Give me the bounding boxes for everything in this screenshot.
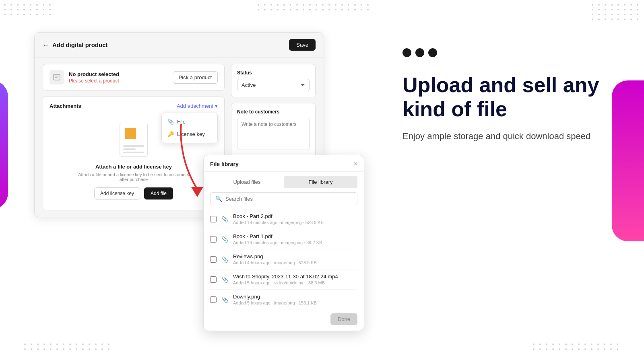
- modal-tabs: Upload files File library: [204, 172, 364, 188]
- dots-pattern-tr: [592, 4, 640, 20]
- dots-pattern-bl: [24, 343, 111, 350]
- marketing-headline: Upload and sell any kind of file: [402, 73, 604, 121]
- file-info-5: Downly.png Added 5 hours ago · image/png…: [233, 294, 357, 305]
- file-sticker: [125, 128, 136, 139]
- chevron-down-icon: ▾: [215, 103, 218, 109]
- modal-title: File library: [210, 161, 239, 167]
- back-arrow-icon[interactable]: ←: [43, 41, 49, 49]
- file-info-3: Reviews.png Added 4 hours ago · image/pn…: [233, 253, 357, 265]
- attach-empty-title: Attach a file or add license key: [95, 164, 172, 170]
- tab-file-library[interactable]: File library: [284, 176, 357, 188]
- file-illustration: [118, 123, 150, 159]
- dots-pattern-tl: [4, 4, 52, 15]
- search-input-wrap: 🔍: [210, 192, 357, 205]
- modal-footer: Done: [204, 309, 364, 331]
- big-dot-1: [402, 48, 411, 57]
- file-doc-lines: [123, 145, 144, 153]
- search-icon: 🔍: [215, 195, 222, 202]
- file-checkbox-5[interactable]: [210, 296, 217, 303]
- file-list: 📎 Book - Part 2.pdf Added 19 minutes ago…: [204, 209, 364, 309]
- product-selector-left: No product selected Please select a prod…: [50, 70, 119, 84]
- file-item: 📎 Book - Part 2.pdf Added 19 minutes ago…: [210, 209, 357, 229]
- note-textarea[interactable]: [237, 118, 310, 150]
- file-info-1: Book - Part 2.pdf Added 19 minutes ago ·…: [233, 213, 357, 225]
- file-doc-line-3: [123, 152, 144, 153]
- file-doc-line-2: [123, 148, 136, 150]
- add-attachment-label: Add attachment: [177, 103, 213, 109]
- file-item: 📎 Reviews.png Added 4 hours ago · image/…: [210, 249, 357, 269]
- attach-buttons: Add license key Add file: [94, 187, 173, 200]
- pick-product-button[interactable]: Pick a product: [173, 71, 218, 84]
- dots-pattern-br: [533, 343, 620, 350]
- file-name-5: Downly.png: [233, 294, 357, 300]
- svg-marker-1: [191, 187, 203, 197]
- file-item: 📎 Book - Part 1.pdf Added 19 minutes ago…: [210, 229, 357, 249]
- modal-header: File library ×: [204, 155, 364, 172]
- file-info-2: Book - Part 1.pdf Added 19 minutes ago ·…: [233, 233, 357, 245]
- marketing-subtext: Enjoy ample storage and quick download s…: [402, 130, 604, 143]
- file-clip-icon-5: 📎: [221, 296, 228, 303]
- tab-upload-files[interactable]: Upload files: [210, 176, 284, 188]
- file-info-4: Wish to Shopify. 2023-11-30 at 18.02.24.…: [233, 274, 357, 285]
- file-name-1: Book - Part 2.pdf: [233, 213, 357, 219]
- three-dots: [402, 48, 604, 57]
- product-icon: [50, 70, 64, 84]
- note-label: Note to customers: [237, 109, 310, 115]
- product-text: No product selected Please select a prod…: [69, 71, 119, 84]
- big-dot-3: [428, 48, 437, 57]
- status-label: Status: [237, 70, 310, 76]
- file-name-4: Wish to Shopify. 2023-11-30 at 18.02.24.…: [233, 274, 357, 280]
- svg-rect-0: [54, 74, 60, 80]
- note-card: Note to customers: [231, 103, 316, 158]
- file-item: 📎 Downly.png Added 5 hours ago · image/p…: [210, 290, 357, 309]
- product-selector: No product selected Please select a prod…: [43, 64, 225, 90]
- file-clip-icon-2: 📎: [221, 236, 228, 243]
- dots-pattern-top-center: [258, 4, 370, 10]
- file-checkbox-3[interactable]: [210, 256, 217, 263]
- file-library-modal: File library × Upload files File library…: [203, 155, 364, 331]
- file-doc: [120, 123, 148, 157]
- file-name-3: Reviews.png: [233, 253, 357, 259]
- attachments-header: Attachments Add attachment ▾ 📎 File: [50, 103, 218, 109]
- add-file-button[interactable]: Add file: [144, 187, 173, 200]
- file-item: 📎 Wish to Shopify. 2023-11-30 at 18.02.2…: [210, 269, 357, 290]
- modal-close-button[interactable]: ×: [354, 161, 357, 167]
- panel-header-left: ← Add digital product: [43, 41, 107, 49]
- done-button[interactable]: Done: [330, 313, 357, 325]
- search-input[interactable]: [225, 196, 352, 202]
- panel-header: ← Add digital product Save: [35, 33, 324, 58]
- page-title: Add digital product: [52, 41, 107, 48]
- add-license-key-button[interactable]: Add license key: [94, 187, 140, 200]
- add-attachment-container: Add attachment ▾ 📎 File 🔑 License ke: [177, 103, 218, 109]
- file-meta-4: Added 5 hours ago · video/quicktime · 38…: [233, 280, 357, 285]
- attachments-title: Attachments: [50, 103, 81, 109]
- file-name-2: Book - Part 1.pdf: [233, 233, 357, 239]
- big-dot-2: [415, 48, 424, 57]
- file-checkbox-4[interactable]: [210, 276, 217, 283]
- left-accent-blob: [0, 80, 8, 209]
- add-attachment-button[interactable]: Add attachment ▾: [177, 103, 218, 109]
- file-checkbox-1[interactable]: [210, 216, 217, 222]
- product-subtitle: Please select a product: [69, 78, 119, 84]
- status-select[interactable]: Active Draft Archived: [237, 79, 310, 91]
- file-meta-3: Added 4 hours ago · image/png · 528.9 KB: [233, 260, 357, 265]
- file-meta-2: Added 19 minutes ago · image/jpeg · 39.2…: [233, 240, 357, 245]
- file-meta-5: Added 5 hours ago · image/png · 153.1 KB: [233, 300, 357, 305]
- file-clip-icon-4: 📎: [221, 276, 228, 283]
- file-meta-1: Added 19 minutes ago · image/png · 528.9…: [233, 220, 357, 225]
- file-clip-icon-3: 📎: [221, 256, 228, 263]
- status-card: Status Active Draft Archived: [231, 64, 316, 97]
- save-button[interactable]: Save: [289, 39, 316, 51]
- right-accent-blob: [612, 80, 644, 241]
- modal-search: 🔍: [204, 188, 364, 209]
- product-title: No product selected: [69, 71, 119, 77]
- file-doc-line-1: [123, 145, 144, 147]
- file-clip-icon-1: 📎: [221, 216, 228, 222]
- marketing-section: Upload and sell any kind of file Enjoy a…: [402, 48, 604, 143]
- file-checkbox-2[interactable]: [210, 236, 217, 243]
